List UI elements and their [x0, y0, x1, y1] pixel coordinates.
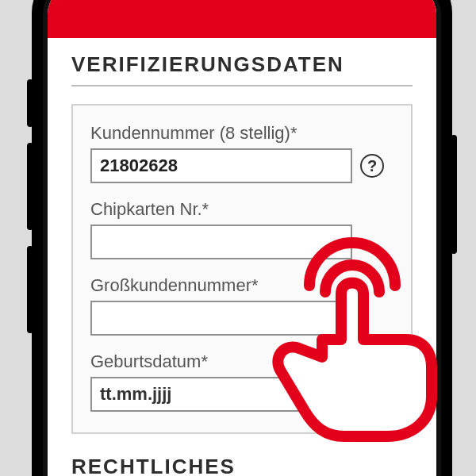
birthdate-label: Geburtsdatum*	[90, 351, 393, 372]
chipcard-label: Chipkarten Nr.*	[90, 199, 393, 220]
major-customer-input[interactable]	[90, 301, 352, 336]
verification-form: Kundennummer (8 stellig)* ? Chipkarten N…	[71, 104, 413, 434]
field-chipcard: Chipkarten Nr.*	[90, 199, 393, 259]
calendar-icon[interactable]	[336, 382, 362, 407]
phone-volume-down	[27, 246, 33, 333]
field-birthdate: Geburtsdatum*	[90, 351, 393, 412]
section-title-legal: RECHTLICHES	[71, 455, 413, 476]
svg-rect-1	[343, 392, 355, 401]
chipcard-input[interactable]	[90, 225, 352, 259]
help-icon[interactable]: ?	[370, 382, 393, 406]
help-icon[interactable]: ?	[360, 154, 384, 178]
app-header	[48, 0, 436, 38]
screen: VERIFIZIERUNGSDATEN Kundennummer (8 stel…	[48, 0, 436, 476]
section-title-verification: VERIFIZIERUNGSDATEN	[71, 52, 413, 77]
customer-number-input[interactable]	[90, 148, 352, 183]
phone-power-button	[451, 135, 457, 254]
customer-number-label: Kundennummer (8 stellig)*	[90, 123, 393, 144]
phone-volume-up	[27, 143, 33, 230]
birthdate-input[interactable]	[90, 377, 328, 412]
field-customer-number: Kundennummer (8 stellig)* ?	[90, 123, 393, 183]
phone-side-button	[27, 79, 33, 127]
field-major-customer: Großkundennummer*	[90, 275, 393, 336]
divider	[71, 85, 413, 86]
phone-frame: VERIFIZIERUNGSDATEN Kundennummer (8 stel…	[32, 0, 452, 476]
major-customer-label: Großkundennummer*	[90, 275, 393, 296]
